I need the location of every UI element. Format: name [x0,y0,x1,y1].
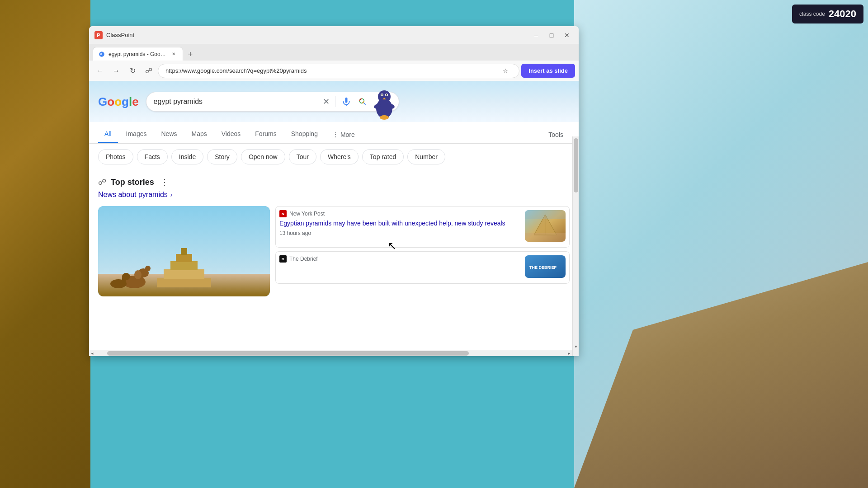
lens-search-icon[interactable] [357,96,368,107]
google-content: ▲ ▼ G o o g l e egypt pyramids ✕ [89,81,579,356]
svg-rect-20 [164,269,204,279]
chip-facts-label: Facts [145,153,160,160]
logo-g2: g [122,95,129,109]
news-about-link[interactable]: News about pyramids › [98,191,570,199]
chip-top-rated-label: Top rated [370,153,396,160]
chip-open-now-label: Open now [249,153,278,160]
more-label: More [340,131,355,138]
tab-images-label: Images [126,130,147,137]
tab-forums-label: Forums [255,130,276,137]
horizontal-scrollbar[interactable]: ◄ ► [89,350,572,356]
tab-news-label: News [161,130,177,137]
top-stories-section: ☍ Top stories ⋮ News about pyramids › [89,170,579,304]
nypost-favicon-icon: N [279,210,287,217]
scrollbar-thumb[interactable] [574,138,578,192]
chip-inside-label: Inside [179,153,196,160]
news-main-image [98,206,270,296]
tab-close-button[interactable]: ✕ [170,51,177,58]
news-side-cards: N New York Post Egyptian pyramids may ha… [275,206,570,296]
svg-point-10 [382,94,383,96]
chip-wheres[interactable]: Where's [320,149,359,164]
star-icon[interactable]: ☆ [499,65,512,77]
search-nav-tabs: All Images News Maps Videos Forums Shopp… [89,122,579,144]
chip-inside[interactable]: Inside [171,149,203,164]
chip-number[interactable]: Number [407,149,445,164]
tab-favicon-icon: G [99,51,105,57]
title-bar: P ClassPoint – □ ✕ [89,26,579,44]
news-about-arrow-icon: › [170,191,173,198]
newspaper-icon: ☍ [98,177,106,187]
address-bar[interactable]: https://www.google.com/search?q=egypt%20… [158,64,519,78]
chip-tour-label: Tour [297,153,309,160]
chip-story-label: Story [215,153,230,160]
tools-button[interactable]: Tools [542,127,570,143]
tools-label: Tools [548,131,563,138]
scroll-left-arrow[interactable]: ◄ [89,350,95,356]
tab-videos[interactable]: Videos [215,126,247,143]
news-source-2: The Debrief [289,256,318,262]
chip-top-rated[interactable]: Top rated [362,149,404,164]
h-scrollbar-thumb[interactable] [107,351,469,356]
bookmark-button[interactable]: ☍ [142,64,156,78]
tab-maps[interactable]: Maps [185,126,213,143]
tab-forums[interactable]: Forums [249,126,283,143]
tab-all[interactable]: All [98,126,118,143]
news-headline-1[interactable]: Egyptian pyramids may have been built wi… [279,219,519,228]
browser-title: ClassPoint [106,32,526,38]
browser-window: P ClassPoint – □ ✕ G egypt pyramids - Go… [89,26,579,356]
svg-rect-21 [170,261,198,270]
news-article-2-content: D The Debrief [279,255,519,280]
stories-menu-icon[interactable]: ⋮ [160,177,169,187]
tab-all-label: All [104,130,112,137]
search-clear-icon[interactable]: ✕ [323,97,330,107]
chip-tour[interactable]: Tour [289,149,316,164]
refresh-button[interactable]: ↻ [125,64,140,78]
more-tabs-button[interactable]: ⋮ More [326,127,361,143]
scroll-right-arrow[interactable]: ► [566,350,572,356]
class-code-number: 24020 [829,8,856,20]
svg-rect-23 [181,248,187,255]
news-main-card[interactable] [98,206,270,296]
svg-rect-39 [525,233,566,242]
svg-point-28 [145,266,151,271]
svg-point-7 [378,90,391,103]
chip-facts[interactable]: Facts [137,149,168,164]
news-article-2[interactable]: D The Debrief [275,251,570,284]
svg-point-29 [134,270,142,279]
class-code-badge: class code 24020 [792,5,863,23]
insert-slide-button[interactable]: Insert as slide [521,64,575,78]
news-time-1: 13 hours ago [279,230,519,236]
dots-icon: ⋮ [332,131,339,138]
svg-point-32 [122,273,130,280]
classpoint-logo-icon: P [94,31,103,39]
window-controls: – □ ✕ [530,29,573,42]
maximize-button[interactable]: □ [545,29,558,42]
voice-search-icon[interactable] [341,96,352,107]
search-bar[interactable]: egypt pyramids ✕ [146,92,399,112]
minimize-button[interactable]: – [530,29,542,42]
logo-o2: o [114,95,122,109]
google-mascot [371,86,398,122]
news-about-text: News about pyramids [98,191,168,199]
browser-tab[interactable]: G egypt pyramids - Google Search ✕ [93,47,183,61]
scroll-down-arrow[interactable]: ▼ [573,343,579,350]
tab-news[interactable]: News [155,126,183,143]
chip-number-label: Number [415,153,438,160]
vertical-scrollbar[interactable]: ▲ ▼ [572,136,579,356]
chip-story[interactable]: Story [207,149,237,164]
chip-open-now[interactable]: Open now [241,149,285,164]
svg-rect-22 [176,254,192,262]
close-button[interactable]: ✕ [561,29,573,42]
tab-images[interactable]: Images [120,126,153,143]
forward-button[interactable]: → [109,64,123,78]
chip-photos[interactable]: Photos [98,149,133,164]
address-bar-area: ← → ↻ ☍ https://www.google.com/search?q=… [89,61,579,81]
news-article-1[interactable]: N New York Post Egyptian pyramids may ha… [275,206,570,248]
url-display: https://www.google.com/search?q=egypt%20… [165,67,499,74]
tab-shopping[interactable]: Shopping [285,126,324,143]
back-button[interactable]: ← [93,64,107,78]
stories-header: ☍ Top stories ⋮ [98,177,570,187]
news-source-1: New York Post [289,211,325,217]
new-tab-button[interactable]: + [184,48,197,61]
logo-o1: o [107,95,114,109]
